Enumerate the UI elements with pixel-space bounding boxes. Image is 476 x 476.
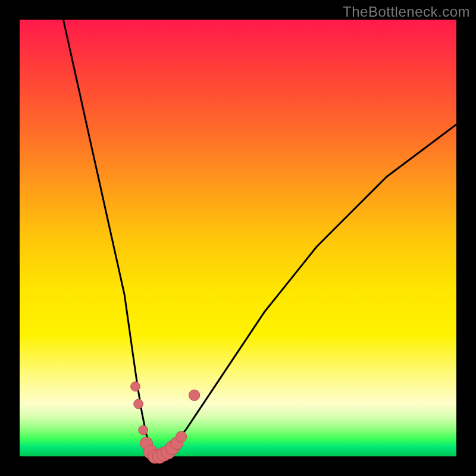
chart-svg (20, 20, 456, 456)
chart-frame: TheBottleneck.com (0, 0, 476, 476)
curve-markers (131, 382, 200, 464)
bottleneck-curve (63, 20, 456, 456)
curve-marker (134, 399, 143, 409)
watermark-text: TheBottleneck.com (343, 4, 470, 20)
curve-marker (189, 390, 199, 400)
plot-area (20, 20, 456, 456)
curve-marker (139, 425, 148, 435)
curve-marker (131, 382, 140, 392)
curve-marker (176, 431, 186, 442)
